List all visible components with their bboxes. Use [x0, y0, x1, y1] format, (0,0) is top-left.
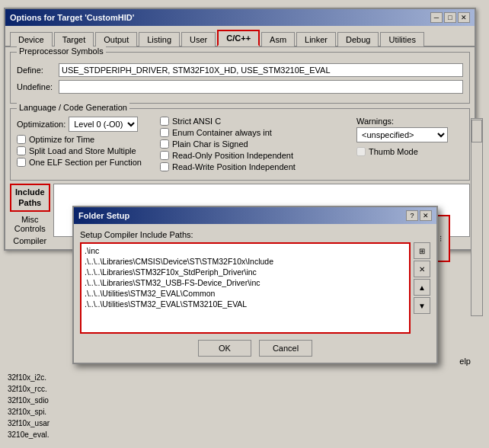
one-elf-check[interactable]: One ELF Section per Function — [17, 158, 154, 167]
tab-listing[interactable]: Listing — [139, 32, 180, 46]
tab-utilities[interactable]: Utilities — [380, 32, 423, 46]
undefine-input[interactable] — [59, 80, 463, 94]
lang-col-left: Optimization: Level 0 (-O0) Optimize for… — [17, 117, 154, 174]
tab-output[interactable]: Output — [95, 32, 137, 46]
split-load-check[interactable]: Split Load and Store Multiple — [17, 146, 154, 155]
include-paths-button[interactable]: IncludePaths — [10, 184, 50, 212]
read-only-check[interactable]: Read-Only Position Independent — [160, 151, 350, 160]
folder-title-controls: ? ✕ — [406, 210, 432, 221]
folder-header-label: Setup Compiler Include Paths: — [80, 230, 430, 239]
folder-dialog: Folder Setup ? ✕ Setup Compiler Include … — [72, 206, 438, 364]
list-item[interactable]: .\..\..\Libraries\STM32F10x_StdPeriph_Dr… — [83, 267, 408, 277]
read-write-check[interactable]: Read-Write Position Independent — [160, 162, 350, 171]
folder-help-button[interactable]: ? — [406, 210, 418, 221]
lang-col-right: Warnings: <unspecified> Thumb Mode — [356, 117, 463, 174]
title-controls: ─ □ ✕ — [430, 12, 470, 23]
list-item[interactable]: .\inc — [83, 245, 408, 256]
close-button[interactable]: ✕ — [458, 12, 470, 23]
tab-linker[interactable]: Linker — [296, 32, 336, 46]
optimize-time-check[interactable]: Optimize for Time — [17, 135, 154, 144]
tab-device[interactable]: Device — [10, 32, 53, 46]
list-item[interactable]: .\..\..\Libraries\CMSIS\Device\ST\STM32F… — [83, 256, 408, 267]
minimize-button[interactable]: ─ — [430, 12, 443, 23]
folder-path-list[interactable]: .\inc .\..\..\Libraries\CMSIS\Device\ST\… — [80, 242, 411, 334]
folder-title-bar: Folder Setup ? ✕ — [74, 207, 436, 224]
undefine-row: Undefine: — [17, 80, 463, 94]
folder-content: Setup Compiler Include Paths: .\inc .\..… — [74, 224, 436, 363]
bottom-path-list: 32f10x_i2c. 32f10x_rcc. 32f10x_sdio 32f1… — [8, 372, 50, 440]
language-group: Language / Code Generation Optimization:… — [10, 108, 470, 181]
add-path-button[interactable]: ⊞ — [414, 242, 430, 259]
main-scrollbar[interactable] — [471, 118, 483, 316]
folder-close-button[interactable]: ✕ — [420, 210, 432, 221]
define-label: Define: — [17, 66, 59, 75]
scroll-thumb — [471, 120, 482, 142]
move-up-button[interactable]: ▲ — [414, 279, 430, 296]
help-text: elp — [459, 357, 471, 366]
list-item[interactable]: .\..\..\Libraries\STM32_USB-FS-Device_Dr… — [83, 277, 408, 288]
path-item: 3210e_eval. — [8, 429, 50, 440]
warnings-select[interactable]: <unspecified> — [356, 127, 448, 142]
optimization-select[interactable]: Level 0 (-O0) — [69, 117, 138, 132]
language-columns: Optimization: Level 0 (-O0) Optimize for… — [17, 117, 463, 174]
sidebar-labels: IncludePaths MiscControls Compilercontro… — [10, 184, 50, 245]
undefine-label: Undefine: — [17, 82, 59, 91]
lang-col-mid: Strict ANSI C Enum Container always int … — [160, 117, 350, 174]
tab-target[interactable]: Target — [54, 32, 94, 46]
tab-cpp[interactable]: C/C++ — [217, 30, 260, 46]
folder-bottom-buttons: OK Cancel — [80, 340, 430, 357]
define-input[interactable] — [59, 63, 463, 77]
folder-dialog-title: Folder Setup — [78, 211, 129, 220]
compiler-label: Compilercontrolstring — [10, 236, 50, 245]
window-title: Options for Target 'CustomHID' — [10, 13, 134, 22]
optimization-row: Optimization: Level 0 (-O0) — [17, 117, 154, 132]
strict-ansi-check[interactable]: Strict ANSI C — [160, 117, 350, 126]
tab-debug[interactable]: Debug — [337, 32, 379, 46]
path-item: 32f10x_i2c. — [8, 372, 50, 383]
delete-path-button[interactable]: ✕ — [414, 261, 430, 277]
optimization-label: Optimization: — [17, 120, 66, 129]
plain-char-check[interactable]: Plain Char is Signed — [160, 139, 350, 149]
list-item[interactable]: .\..\..\Utilities\STM32_EVAL\STM3210E_EV… — [83, 299, 408, 309]
folder-toolbar: ⊞ ✕ ▲ ▼ — [414, 242, 430, 334]
path-item: 32f10x_rcc. — [8, 383, 50, 395]
preprocessor-title: Preprocessor Symbols — [17, 46, 106, 56]
thumb-mode-check[interactable]: Thumb Mode — [356, 147, 463, 156]
maximize-button[interactable]: □ — [444, 12, 456, 23]
title-bar: Options for Target 'CustomHID' ─ □ ✕ — [5, 9, 475, 26]
path-item: 32f10x_spi. — [8, 406, 50, 418]
language-title: Language / Code Generation — [17, 103, 129, 112]
move-down-button[interactable]: ▼ — [414, 297, 430, 314]
tab-asm[interactable]: Asm — [261, 32, 295, 46]
enum-container-check[interactable]: Enum Container always int — [160, 128, 350, 137]
warnings-label: Warnings: — [356, 117, 463, 126]
misc-label: MiscControls — [10, 215, 50, 233]
folder-list-area: .\inc .\..\..\Libraries\CMSIS\Device\ST\… — [80, 242, 430, 334]
cancel-button[interactable]: Cancel — [259, 340, 312, 357]
list-item[interactable]: .\..\..\Utilities\STM32_EVAL\Common — [83, 288, 408, 299]
tab-user[interactable]: User — [181, 32, 216, 46]
define-row: Define: — [17, 63, 463, 77]
preprocessor-group: Preprocessor Symbols Define: Undefine: — [10, 52, 470, 104]
ok-button[interactable]: OK — [198, 340, 251, 357]
path-item: 32f10x_usar — [8, 418, 50, 429]
path-item: 32f10x_sdio — [8, 395, 50, 406]
tabs-bar: Device Target Output Listing User C/C++ … — [5, 26, 475, 47]
